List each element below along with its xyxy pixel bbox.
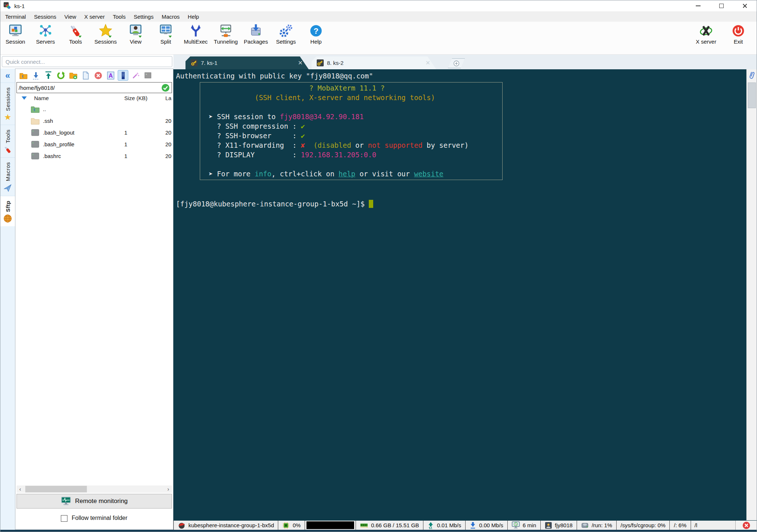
tab-close-icon[interactable]: ✕ [298, 59, 303, 66]
sort-descending-icon[interactable] [22, 96, 27, 100]
terminal-text: ➤ For more [200, 170, 255, 178]
menu-macros[interactable]: Macros [158, 14, 184, 20]
new-folder-icon[interactable] [68, 70, 78, 81]
home-folder-icon[interactable]: t [18, 70, 29, 81]
attachment-button[interactable] [747, 69, 757, 82]
columns-icon[interactable] [118, 70, 128, 81]
tab-close-icon[interactable]: ✕ [426, 59, 430, 66]
parent-folder-icon: t [31, 105, 40, 113]
menu-terminal[interactable]: Terminal [1, 14, 30, 20]
file-row-ssh[interactable]: .ssh 20 [15, 115, 173, 126]
svg-text:?: ? [313, 26, 319, 36]
status-load-graph [305, 521, 356, 530]
terminal-link[interactable]: website [414, 170, 443, 178]
status-disk-run: /run: 1% [577, 521, 616, 530]
rename-icon[interactable]: A [105, 70, 116, 81]
multiexec-button[interactable]: MultiExec [181, 23, 211, 45]
view-button[interactable]: View [121, 23, 151, 45]
packages-button[interactable]: Packages [241, 23, 271, 45]
close-session-button[interactable] [735, 521, 757, 530]
sidebar-tab-sessions[interactable]: Sessions ★ [0, 82, 15, 125]
maximize-button[interactable] [710, 0, 733, 11]
column-header-size[interactable]: Size (KB) [124, 95, 165, 101]
terminal-prompt: [fjy8018@kubesphere-instance-group-1-bx5… [176, 180, 746, 209]
refresh-icon[interactable] [55, 70, 66, 81]
mobaxterm-banner: ? MobaXterm 11.1 ? (SSH client, X-server… [200, 82, 503, 180]
file-row-bashrc[interactable]: > .bashrc 1 20 [15, 150, 173, 162]
new-tab-button[interactable] [448, 58, 465, 68]
session-icon [8, 23, 23, 38]
column-header-last-modified[interactable]: La [165, 95, 173, 101]
exit-power-icon [731, 23, 746, 38]
sidebar-tab-macros[interactable]: Macros [0, 157, 15, 195]
minimize-button[interactable] [686, 0, 710, 11]
paperclip-icon [748, 71, 756, 80]
status-uptime: 6 min [507, 521, 540, 530]
menu-settings[interactable]: Settings [130, 14, 158, 20]
close-button[interactable] [733, 0, 757, 11]
delete-icon[interactable] [93, 70, 103, 81]
scrollbar-thumb[interactable] [748, 82, 756, 108]
menu-sessions[interactable]: Sessions [30, 14, 60, 20]
sessions-star-icon [98, 23, 113, 38]
menu-x-server[interactable]: X server [80, 14, 109, 20]
svg-text:>: > [146, 73, 147, 76]
column-header-name[interactable]: Name [27, 95, 124, 101]
exit-button[interactable]: Exit [722, 23, 754, 45]
terminal-scrollbar[interactable] [746, 69, 757, 520]
terminal-link[interactable]: help [339, 170, 356, 178]
tunneling-button[interactable]: Tunneling [211, 23, 241, 45]
sidebar-tab-tools[interactable]: Tools [0, 125, 15, 158]
collapse-panel-button[interactable]: « [0, 69, 15, 82]
download-icon[interactable] [30, 70, 41, 81]
status-disk-truncated: /l [691, 521, 700, 530]
upload-icon[interactable] [43, 70, 54, 81]
tools-button[interactable]: Tools [60, 23, 91, 45]
disk-icon [581, 522, 589, 529]
script-file-icon: > [31, 129, 40, 136]
menu-view[interactable]: View [60, 14, 80, 20]
mobaxterm-window: >_ ks-1 Terminal Sessions View X server … [0, 0, 757, 532]
settings-button[interactable]: Settings [271, 23, 301, 45]
horizontal-scrollbar[interactable]: ‹ › [16, 485, 172, 493]
terminal-text: info [255, 170, 272, 178]
quick-connect-input[interactable] [2, 56, 172, 67]
terminal-auth-line: Authenticating with public key "fjy8018@… [176, 71, 746, 81]
scroll-right-icon[interactable]: › [165, 485, 172, 493]
cpu-icon [282, 522, 290, 529]
close-session-icon [742, 521, 750, 529]
paper-plane-icon [4, 184, 12, 192]
sidebar-tab-sftp[interactable]: Sftp [0, 196, 15, 226]
file-row-bash-profile[interactable]: > .bash_profile 1 20 [15, 138, 173, 150]
new-file-icon[interactable] [80, 70, 91, 81]
session-button[interactable]: Session [0, 23, 30, 45]
follow-terminal-folder-checkbox[interactable] [61, 515, 67, 522]
tab-ks-2[interactable]: 8. ks-2 ✕ [312, 56, 436, 69]
scrollbar-thumb[interactable] [25, 486, 87, 492]
split-button[interactable]: Split [151, 23, 181, 45]
menu-tools[interactable]: Tools [109, 14, 130, 20]
terminal-text: Authenticating with public key "fjy8018@… [176, 72, 373, 80]
terminal-text: (disabled [313, 141, 351, 149]
menu-help[interactable]: Help [184, 14, 203, 20]
wand-icon[interactable] [130, 70, 141, 81]
tab-ks-1[interactable]: 7. ks-1 ✕ [185, 56, 309, 69]
help-icon: ? [309, 23, 323, 38]
terminal-text: ✔ [301, 132, 305, 140]
remote-monitoring-button[interactable]: Remote monitoring [16, 494, 172, 509]
x-server-button[interactable]: X server [690, 23, 722, 45]
file-row-parent[interactable]: t .. [15, 103, 173, 115]
console-icon[interactable]: > [143, 70, 153, 81]
sessions-button[interactable]: Sessions [91, 23, 121, 45]
user-icon [545, 522, 552, 529]
terminal-output[interactable]: Authenticating with public key "fjy8018@… [173, 69, 746, 520]
servers-button[interactable]: Servers [30, 23, 60, 45]
uptime-clock-icon [512, 521, 520, 529]
statusbar: kubesphere-instance-group-1-bx5d 0% [173, 520, 757, 530]
sftp-path-field[interactable]: /home/fjy8018/ [16, 82, 172, 93]
file-row-bash-logout[interactable]: > .bash_logout 1 20 [15, 126, 173, 138]
terminal-text: (SSH client, X-server and networking too… [200, 93, 435, 102]
status-user: fjy8018 [540, 521, 577, 530]
scroll-left-icon[interactable]: ‹ [16, 485, 24, 493]
help-button[interactable]: ? Help [301, 23, 331, 45]
